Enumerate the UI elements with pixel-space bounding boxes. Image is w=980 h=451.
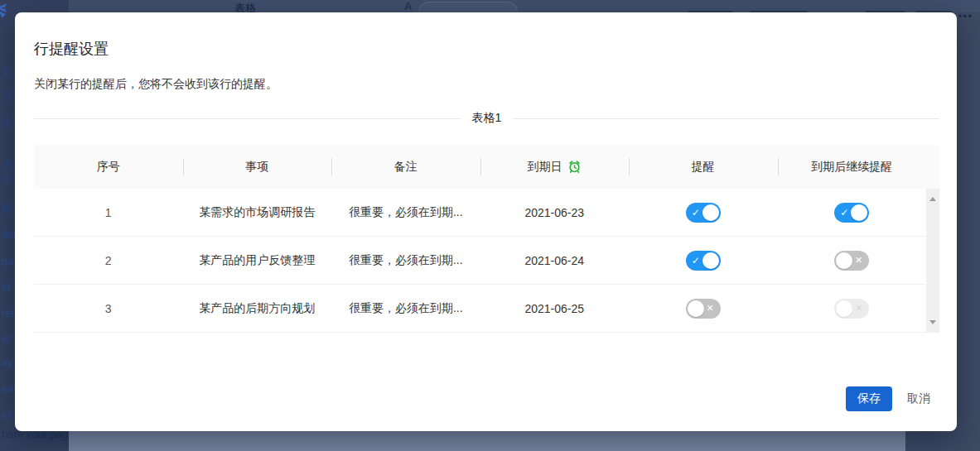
dimmed-content-strip-edge: [905, 431, 980, 451]
sidebar-fragment: 捷: [2, 171, 12, 186]
remind-toggle[interactable]: ✓ ✕: [686, 299, 721, 319]
check-icon: ✓: [692, 207, 700, 217]
scroll-down-icon[interactable]: [929, 320, 936, 324]
continue-remind-toggle[interactable]: ✓ ✕: [834, 251, 869, 271]
divider-line: [513, 118, 939, 119]
toggle-knob: [851, 204, 867, 221]
dimmed-content-strip: [69, 431, 905, 451]
toggle-knob: [836, 300, 852, 317]
reminder-table: 序号 事项 备注 到期日 提醒 到期后继续提醒 1 某需求的市场调: [34, 145, 939, 333]
alarm-clock-icon: [567, 160, 582, 174]
row-reminder-settings-dialog: 行提醒设置 关闭某行的提醒后，您将不会收到该行的提醒。 表格1 序号 事项 备注…: [15, 12, 957, 431]
table-label-divider: 表格1: [34, 110, 939, 127]
toggle-knob: [702, 204, 719, 221]
cell-note: 很重要，必须在到期...: [331, 253, 480, 268]
cell-index: 3: [34, 302, 183, 315]
table-row: 2 某产品的用户反馈整理 很重要，必须在到期... 2021-06-24 ✓ ✕…: [34, 237, 926, 285]
toggle-knob: [702, 252, 719, 269]
column-header-continue-remind: 到期后继续提醒: [778, 145, 927, 189]
dialog-title: 行提醒设置: [34, 39, 109, 59]
cross-icon: ✕: [855, 304, 862, 313]
check-icon: ✓: [692, 255, 700, 265]
sidebar-fragment: ell: [2, 409, 12, 421]
scroll-up-icon[interactable]: [929, 197, 936, 201]
cell-item: 某产品的后期方向规划: [183, 301, 332, 316]
dialog-description: 关闭某行的提醒后，您将不会收到该行的提醒。: [34, 77, 278, 92]
continue-remind-toggle[interactable]: ✓ ✕: [834, 299, 869, 319]
remind-toggle[interactable]: ✓ ✕: [686, 203, 721, 223]
topbar-letter-fragment: A: [404, 0, 412, 12]
remind-toggle[interactable]: ✓ ✕: [686, 251, 721, 271]
column-header-remind: 提醒: [629, 145, 778, 189]
table-header-row: 序号 事项 备注 到期日 提醒 到期后继续提醒: [34, 145, 939, 189]
cross-icon: ✕: [855, 256, 862, 265]
sidebar-fragment: 树: [2, 201, 12, 216]
table-row: 3 某产品的后期方向规划 很重要，必须在到期... 2021-06-25 ✓ ✕…: [34, 285, 926, 333]
continue-remind-toggle[interactable]: ✓ ✕: [834, 203, 869, 223]
sidebar-fragment: et: [2, 333, 11, 345]
cell-index: 1: [34, 206, 183, 219]
toggle-knob: [688, 300, 704, 317]
divider-line: [34, 118, 461, 119]
cell-note: 很重要，必须在到期...: [331, 301, 480, 316]
table-name-label: 表格1: [461, 111, 514, 126]
cell-item: 某产品的用户反馈整理: [183, 253, 332, 268]
save-button[interactable]: 保存: [846, 386, 892, 411]
table-body: 1 某需求的市场调研报告 很重要，必须在到期... 2021-06-23 ✓ ✕…: [34, 189, 939, 333]
sidebar-fragment: qu: [2, 255, 13, 267]
header-scrollbar-cap: [926, 145, 939, 189]
cell-due-date: 2021-06-25: [480, 302, 630, 315]
sidebar-fragment: 博: [2, 89, 12, 103]
column-header-due-date: 到期日: [480, 145, 630, 189]
overflow-menu-icon[interactable]: •••: [958, 11, 973, 21]
sidebar-fragment: ay: [2, 356, 13, 368]
cross-icon: ✕: [707, 304, 714, 313]
cancel-button[interactable]: 取消: [907, 391, 930, 406]
cell-index: 2: [34, 254, 183, 267]
cell-item: 某需求的市场调研报告: [183, 205, 332, 220]
cell-due-date: 2021-06-23: [480, 206, 630, 219]
sidebar-fragment: 页: [2, 66, 12, 81]
app-logo-icon: [0, 2, 17, 23]
check-icon: ✓: [840, 207, 848, 217]
column-header-note: 备注: [331, 145, 480, 189]
column-header-index: 序号: [34, 145, 183, 189]
dialog-footer: 保存 取消: [846, 386, 930, 411]
toggle-knob: [836, 252, 852, 269]
table-scrollbar[interactable]: [926, 189, 939, 333]
table-row: 1 某需求的市场调研报告 很重要，必须在到期... 2021-06-23 ✓ ✕…: [34, 189, 926, 237]
cell-due-date: 2021-06-24: [480, 254, 630, 267]
sidebar-fragment: ret: [2, 307, 14, 319]
column-header-item: 事项: [183, 145, 332, 189]
cell-note: 很重要，必须在到期...: [331, 205, 480, 220]
dimmed-topbar: 表格 A: [0, 0, 980, 12]
sidebar-fragment: et': [2, 281, 12, 293]
